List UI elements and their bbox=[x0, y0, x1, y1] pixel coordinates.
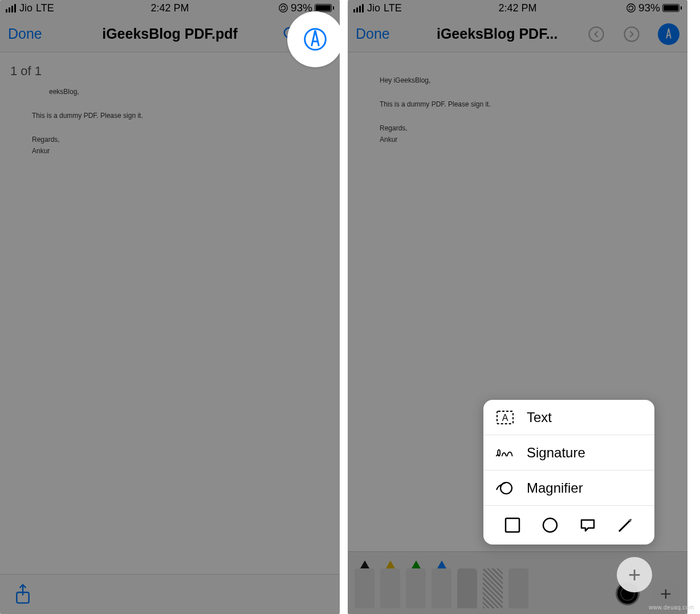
nav-title: iGeeksBlog PDF... bbox=[437, 26, 558, 42]
status-bar: Jio LTE 2:42 PM 93% bbox=[348, 0, 687, 16]
magnifier-icon bbox=[495, 478, 515, 498]
battery-icon bbox=[662, 4, 682, 12]
menu-label: Signature bbox=[527, 445, 585, 461]
screenshot-before: Jio LTE 2:42 PM 93% Done iGeeksBlog PDF.… bbox=[0, 0, 340, 614]
page-indicator: 1 of 1 bbox=[10, 64, 42, 79]
svg-point-6 bbox=[627, 4, 635, 12]
share-icon[interactable] bbox=[14, 586, 32, 604]
nav-bar: Done iGeeksBlog PDF... bbox=[348, 16, 687, 52]
svg-line-14 bbox=[619, 521, 630, 531]
done-button[interactable]: Done bbox=[356, 26, 390, 42]
pen-tool-green[interactable] bbox=[406, 558, 426, 608]
markup-icon-active[interactable] bbox=[658, 23, 679, 45]
lasso-tool[interactable] bbox=[483, 558, 503, 608]
bottom-toolbar bbox=[0, 574, 340, 614]
done-button[interactable]: Done bbox=[8, 26, 42, 42]
battery-icon bbox=[315, 4, 334, 12]
doc-text: Regards, bbox=[32, 134, 308, 145]
square-shape-icon[interactable] bbox=[503, 515, 522, 535]
highlighter-yellow[interactable] bbox=[380, 558, 400, 608]
svg-point-7 bbox=[589, 27, 604, 41]
doc-text: This is a dummy PDF. Please sign it. bbox=[380, 99, 656, 109]
clock: 2:42 PM bbox=[498, 2, 536, 14]
add-annotation-menu: A Text Signature Magnifier bbox=[483, 400, 654, 545]
pdf-page: eeksBlog, This is a dummy PDF. Please si… bbox=[0, 52, 340, 614]
menu-label: Text bbox=[527, 410, 552, 425]
menu-label: Magnifier bbox=[527, 480, 583, 496]
menu-item-text[interactable]: A Text bbox=[483, 400, 654, 435]
menu-item-signature[interactable]: Signature bbox=[483, 435, 654, 470]
menu-item-magnifier[interactable]: Magnifier bbox=[483, 470, 654, 506]
speech-bubble-icon[interactable] bbox=[578, 515, 597, 535]
status-bar: Jio LTE 2:42 PM 93% bbox=[0, 0, 340, 16]
undo-icon[interactable] bbox=[587, 25, 605, 43]
signal-icon bbox=[6, 3, 16, 13]
signature-icon bbox=[495, 443, 515, 463]
screenshot-after: Jio LTE 2:42 PM 93% Done iGeeksBlog PDF.… bbox=[348, 0, 687, 614]
clock: 2:42 PM bbox=[150, 2, 189, 14]
eraser-tool[interactable] bbox=[457, 558, 477, 608]
network-label: LTE bbox=[384, 2, 402, 14]
circle-shape-icon[interactable] bbox=[540, 515, 560, 535]
watermark: www.deuaq.com bbox=[649, 604, 694, 611]
ruler-tool[interactable] bbox=[508, 558, 528, 608]
doc-text: Hey iGeeksBlog, bbox=[380, 75, 656, 85]
battery-pct: 93% bbox=[638, 2, 660, 14]
doc-text: Ankur bbox=[380, 134, 656, 145]
document-viewport[interactable]: 1 of 1 eeksBlog, This is a dummy PDF. Pl… bbox=[0, 52, 340, 614]
redo-icon[interactable] bbox=[622, 25, 641, 43]
doc-text: eeksBlog, bbox=[49, 87, 308, 97]
carrier-label: Jio bbox=[367, 2, 380, 14]
arrow-shape-icon[interactable] bbox=[616, 515, 635, 535]
rotation-lock-icon bbox=[626, 3, 636, 13]
markup-highlight bbox=[287, 11, 340, 67]
doc-text: Ankur bbox=[32, 146, 308, 156]
svg-point-0 bbox=[279, 4, 287, 12]
pen-tool-blue[interactable] bbox=[432, 558, 451, 608]
svg-rect-12 bbox=[506, 518, 519, 532]
svg-point-13 bbox=[543, 518, 557, 532]
pen-tool-black[interactable] bbox=[355, 558, 375, 608]
shape-row bbox=[483, 506, 654, 545]
doc-text: This is a dummy PDF. Please sign it. bbox=[32, 110, 308, 121]
network-label: LTE bbox=[36, 2, 54, 14]
signal-icon bbox=[353, 3, 364, 13]
nav-title: iGeeksBlog PDF.pdf bbox=[102, 26, 238, 42]
rotation-lock-icon bbox=[278, 3, 288, 13]
doc-text: Regards, bbox=[380, 123, 656, 133]
svg-text:A: A bbox=[502, 413, 508, 423]
carrier-label: Jio bbox=[19, 2, 32, 14]
svg-point-8 bbox=[625, 27, 639, 41]
text-icon: A bbox=[495, 407, 515, 428]
plus-button-highlight: + bbox=[617, 557, 652, 592]
